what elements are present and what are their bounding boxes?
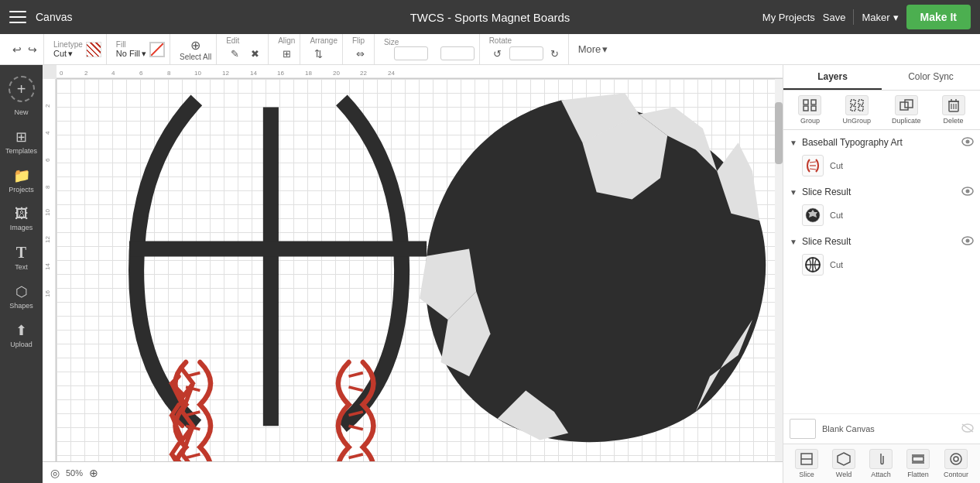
edit-icon-button[interactable]: ✎ (226, 45, 243, 62)
ruler-left: 2 4 6 8 10 12 14 16 (43, 79, 57, 461)
attach-button[interactable]: Attach (869, 449, 893, 478)
arrange-section: Arrange ⇅ (305, 34, 343, 64)
tab-color-sync[interactable]: Color Sync (882, 65, 980, 90)
linetype-select[interactable]: Cut ▾ (53, 49, 73, 59)
projects-icon: 📁 (13, 167, 30, 184)
panel-tabs: Layers Color Sync (783, 65, 980, 91)
rotate-ccw-button[interactable]: ↺ (489, 45, 506, 62)
sidebar-item-new[interactable]: + New (3, 71, 40, 121)
edit-delete-button[interactable]: ✖ (246, 45, 263, 62)
select-all-icon: ⊕ (190, 38, 200, 53)
scrollbar-thumb-vertical[interactable] (775, 102, 783, 164)
undo-button[interactable]: ↩ (11, 42, 23, 57)
text-icon: T (16, 244, 26, 262)
weld-button[interactable]: Weld (832, 449, 855, 478)
svg-text:6: 6 (139, 70, 143, 77)
svg-text:18: 18 (305, 70, 312, 77)
sidebar-item-projects[interactable]: 📁 Projects (3, 163, 40, 198)
blank-canvas-visibility-icon[interactable] (961, 423, 974, 435)
svg-text:12: 12 (44, 236, 51, 243)
chevron-down-icon: ▾ (893, 12, 899, 23)
svg-text:22: 22 (360, 70, 367, 77)
my-projects-button[interactable]: My Projects (762, 12, 815, 23)
more-button[interactable]: More ▾ (578, 43, 608, 55)
height-input[interactable] (440, 46, 475, 60)
panel-toolbar: Group UnGroup Duplicate Delete (783, 91, 980, 130)
ruler-top: 0 2 4 6 8 10 12 14 16 18 20 22 24 (57, 65, 783, 79)
chevron-down-icon: ▼ (790, 188, 797, 197)
width-label: W (384, 50, 391, 58)
svg-text:8: 8 (167, 70, 171, 77)
weld-icon (832, 449, 855, 469)
make-it-button[interactable]: Make It (906, 5, 971, 29)
flatten-button[interactable]: Flatten (906, 449, 930, 478)
svg-text:8: 8 (44, 185, 51, 189)
group-button[interactable]: Group (798, 95, 821, 125)
visibility-icon-slice1[interactable] (961, 186, 974, 198)
redo-button[interactable]: ↪ (26, 42, 39, 57)
right-panel: Layers Color Sync Group UnGroup D (783, 65, 980, 483)
arrange-label: Arrange (310, 36, 338, 45)
height-label: H (431, 50, 437, 58)
canvas-grid[interactable] (57, 79, 783, 461)
svg-line-35 (349, 454, 363, 458)
svg-text:4: 4 (111, 70, 115, 77)
new-icon: + (9, 76, 35, 102)
rotate-input[interactable] (509, 46, 543, 60)
slice-button[interactable]: Slice (795, 449, 818, 478)
layer-item-soccer-cut[interactable]: Cut (783, 201, 980, 229)
zoom-out-button[interactable]: ◎ (50, 467, 60, 479)
fill-select[interactable]: No Fill ▾ (116, 49, 146, 59)
visibility-icon-baseball[interactable] (961, 136, 974, 149)
svg-rect-45 (900, 102, 908, 110)
flip-button[interactable]: ⇔ (352, 45, 369, 62)
linetype-color-swatch[interactable] (86, 42, 101, 57)
fill-color-swatch[interactable] (149, 42, 165, 57)
duplicate-button[interactable]: Duplicate (892, 95, 921, 125)
canvas-scrollbar-vertical[interactable] (775, 79, 783, 461)
layer-group-header-slice1[interactable]: ▼ Slice Result (783, 183, 980, 201)
maker-button[interactable]: Maker ▾ (862, 12, 898, 23)
size-section: Size W H (379, 34, 480, 64)
tab-layers[interactable]: Layers (783, 65, 882, 90)
layer-group-header-slice2[interactable]: ▼ Slice Result (783, 232, 980, 251)
zoom-in-button[interactable]: ⊕ (89, 467, 98, 479)
main-area: + New ⊞ Templates 📁 Projects 🖼 Images T … (0, 65, 980, 483)
fill-label: Fill (116, 40, 146, 49)
visibility-icon-slice2[interactable] (961, 235, 974, 248)
layer-group-slice-result-1: ▼ Slice Result Cut (783, 183, 980, 229)
layer-item-basketball-cut[interactable]: Cut (783, 251, 980, 279)
sidebar-item-shapes[interactable]: ⬡ Shapes (3, 279, 40, 314)
ungroup-button[interactable]: UnGroup (842, 95, 871, 125)
svg-text:6: 6 (44, 158, 51, 162)
select-all-button[interactable]: ⊕ Select All (180, 38, 211, 61)
sidebar-item-upload[interactable]: ⬆ Upload (3, 317, 40, 353)
size-label: Size (384, 38, 475, 46)
duplicate-icon (895, 95, 918, 115)
delete-button[interactable]: Delete (942, 95, 965, 125)
sidebar-item-text[interactable]: T Text (3, 239, 40, 276)
svg-rect-73 (913, 457, 923, 461)
contour-button[interactable]: Contour (944, 449, 968, 478)
layer-group-header-baseball[interactable]: ▼ Baseball Typography Art (783, 133, 980, 152)
width-input[interactable] (394, 46, 428, 60)
layer-item-baseball-cut[interactable]: Cut (783, 152, 980, 180)
canvas-area[interactable]: 0 2 4 6 8 10 12 14 16 18 20 22 24 2 4 6 (43, 65, 783, 483)
rotate-cw-button[interactable]: ↻ (547, 45, 564, 62)
sidebar-item-templates[interactable]: ⊞ Templates (3, 124, 40, 159)
svg-text:4: 4 (44, 131, 51, 135)
arrange-button[interactable]: ⇅ (310, 45, 327, 62)
menu-icon[interactable] (9, 9, 26, 26)
chevron-down-icon: ▾ (602, 43, 608, 55)
slice-icon (795, 449, 818, 469)
delete-icon (942, 95, 965, 115)
save-button[interactable]: Save (823, 12, 846, 23)
blank-canvas-thumb (790, 419, 816, 439)
align-button[interactable]: ⊞ (278, 45, 295, 62)
sidebar-item-images[interactable]: 🖼 Images (3, 201, 40, 236)
shapes-icon: ⬡ (15, 283, 28, 300)
svg-text:20: 20 (333, 70, 340, 77)
svg-rect-38 (811, 100, 816, 104)
chevron-down-icon: ▼ (790, 238, 797, 246)
svg-line-29 (186, 454, 200, 458)
